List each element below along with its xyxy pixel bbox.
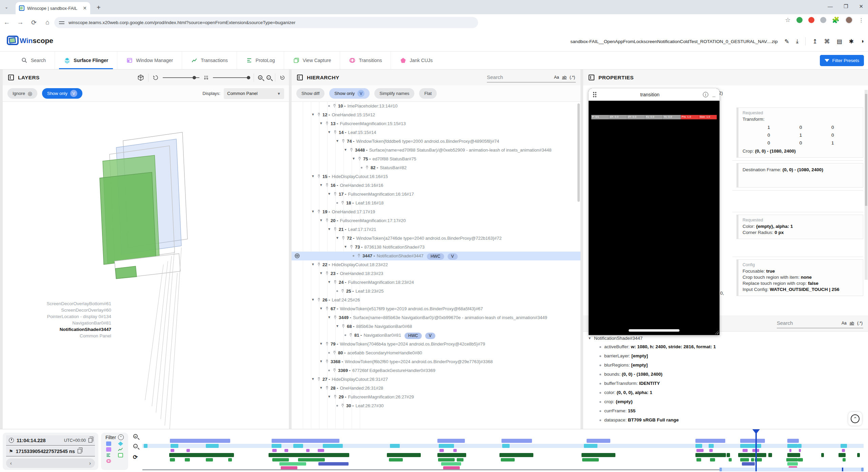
swirl-icon[interactable] (106, 459, 111, 463)
tree-row[interactable]: ▼67 -WindowToken{e5176f9 type=2019 andro… (292, 304, 580, 313)
match-word-icon[interactable]: ab (562, 75, 567, 80)
frames-icon[interactable] (118, 453, 123, 457)
rotate-icon[interactable] (153, 75, 159, 81)
collapse-panel-icon[interactable] (589, 75, 594, 80)
property-row[interactable]: bounds: (0, 0) - (1080, 2400) (583, 370, 868, 379)
tree-row[interactable]: 3369 -67726bf EdgeBackGestureHandler0#33… (292, 366, 580, 375)
browser-tab[interactable]: Winscope | sandbox-FAIL ✕ (16, 2, 90, 14)
chevron-down-icon[interactable]: ▼ (336, 139, 340, 143)
close-tab-icon[interactable]: ✕ (83, 5, 87, 11)
tree-row[interactable]: ▼28 -OneHanded:26:31#28 (292, 384, 580, 393)
property-row[interactable]: currFrame: 155 (583, 406, 868, 415)
tree-row[interactable]: 30 -Leaf:26:27#30 (292, 401, 580, 410)
tree-row[interactable]: 82 -StatusBar#82 (292, 163, 580, 172)
timeline-zoom-out-icon[interactable] (133, 444, 138, 448)
chevron-down-icon[interactable]: ▼ (311, 298, 316, 302)
pin-icon[interactable] (349, 333, 353, 337)
site-settings-icon[interactable] (59, 20, 64, 25)
pin-icon[interactable] (317, 113, 321, 117)
chevron-down-icon[interactable]: ▼ (336, 324, 340, 329)
home-icon[interactable]: ⌂ (41, 19, 54, 26)
pin-icon[interactable] (333, 315, 337, 320)
list-icon[interactable] (106, 453, 111, 457)
displays-select[interactable]: Common Panel▼ (224, 88, 284, 99)
reload-icon[interactable]: ⟳ (27, 19, 41, 26)
collapse-panel-icon[interactable] (8, 75, 14, 80)
match-word-icon[interactable]: ab (850, 321, 854, 326)
chevron-down-icon[interactable]: ▼ (344, 245, 349, 249)
copy-icon[interactable] (78, 449, 81, 453)
show-only-chip[interactable]: Show only V (329, 88, 370, 99)
chevron-down-icon[interactable]: ▼ (344, 148, 349, 152)
visibility-eye-icon[interactable] (294, 253, 300, 259)
info-icon[interactable]: i (703, 92, 708, 97)
dark-mode-icon[interactable]: ◑ (861, 38, 864, 45)
tree-row[interactable]: ▼68 -885b63e NavigationBar0#68 (292, 322, 580, 331)
property-row[interactable]: color: (0, 0, 0), alpha: 1 (583, 388, 868, 397)
pin-icon[interactable] (357, 157, 362, 161)
browser-menu-icon[interactable]: ⋮ (859, 17, 864, 23)
regex-icon[interactable]: (.*) (857, 321, 863, 326)
pin-icon[interactable] (325, 121, 329, 126)
match-case-icon[interactable]: Aa (554, 75, 559, 80)
tree-row[interactable]: ▼15 -HideDisplayCutout:16:16#15 (292, 172, 580, 181)
new-tab-button[interactable]: + (97, 4, 101, 11)
flat-chip[interactable]: Flat (419, 88, 437, 99)
property-row[interactable]: dataspace: BT709 sRGB Full range (583, 415, 868, 425)
pin-icon[interactable] (333, 192, 337, 196)
tree-row[interactable]: ▼23 -OneHanded:18:23#23 (292, 269, 580, 278)
chevron-down-icon[interactable]: ▼ (328, 130, 332, 135)
chevron-down-icon[interactable]: ▼ (319, 386, 324, 390)
pin-icon[interactable] (341, 236, 346, 240)
chevron-down-icon[interactable]: ▼ (319, 307, 324, 311)
property-row[interactable]: blurRegions: [empty] (583, 360, 868, 370)
next-frame-icon[interactable]: › (89, 460, 91, 466)
url-bar[interactable]: winscope.teams.x20web.corp.google.com/pr… (54, 17, 478, 28)
docs-icon[interactable]: ▤ (836, 38, 842, 45)
pin-icon[interactable] (349, 148, 354, 152)
chevron-down-icon[interactable]: ▼ (311, 174, 316, 179)
regex-icon[interactable]: (.*) (570, 75, 575, 80)
shortcuts-icon[interactable]: ⌘ (824, 38, 830, 45)
match-case-icon[interactable]: Aa (842, 321, 847, 326)
tree-row[interactable]: ▼29 -FullscreenMagnification:26:27#29 (292, 393, 580, 401)
tab-transitions[interactable]: Transitions (340, 52, 391, 69)
properties-scrollbar[interactable] (865, 90, 868, 280)
pin-icon[interactable] (325, 271, 329, 276)
puzzle-extensions-icon[interactable]: 🧩 (832, 16, 840, 24)
profile-avatar[interactable] (845, 16, 853, 24)
pin-icon[interactable] (317, 210, 321, 214)
chevron-down-icon[interactable]: ▼ (319, 342, 324, 346)
tree-row[interactable]: 3447 -NotificationShade#3447HWCV (292, 252, 580, 260)
resize-handle[interactable] (715, 330, 719, 334)
pin-icon[interactable] (349, 245, 354, 249)
tree-row[interactable]: ▼22 -HideDisplayCutout:18:23#22 (292, 260, 580, 269)
pin-icon[interactable] (325, 183, 329, 188)
property-row[interactable]: barrierLayer: [empty] (583, 351, 868, 360)
pin-icon[interactable] (333, 130, 337, 135)
maximize-window-icon[interactable]: ❐ (844, 3, 848, 9)
upload-icon[interactable]: ↥ (812, 38, 817, 45)
extension-green-icon[interactable] (796, 17, 803, 23)
tab-transactions[interactable]: Transactions (182, 52, 237, 69)
tree-row[interactable]: 81 -NavigationBar0#81HWCV (292, 331, 580, 340)
close-window-icon[interactable]: ✕ (859, 3, 863, 9)
range-handle-right[interactable] (861, 468, 864, 471)
tree-row[interactable]: ▼17 -FullscreenMagnification:16:16#17 (292, 190, 580, 199)
pin-icon[interactable] (333, 395, 337, 399)
extension-red-icon[interactable] (808, 17, 814, 23)
chevron-down-icon[interactable]: ▼ (328, 395, 332, 399)
tree-row[interactable]: ▼74 -WindowToken{fdddbe6 type=2000 andro… (292, 137, 580, 146)
pin-icon[interactable] (325, 386, 329, 390)
frame-stepper[interactable]: ‹ › (6, 458, 95, 468)
timeline-reset-icon[interactable]: ⟳ (133, 454, 138, 461)
show-only-chip[interactable]: Show only V (42, 88, 82, 99)
chevron-down-icon[interactable]: ▼ (328, 227, 332, 232)
chart-icon[interactable] (118, 447, 123, 452)
tree-row[interactable]: ▼12 -OneHanded:15:15#12 (292, 111, 580, 119)
layer-label[interactable]: ScreenDecorOverlay#60 (61, 308, 111, 313)
chevron-down-icon[interactable]: ▼ (319, 359, 324, 364)
download-icon[interactable]: ⤓ (796, 38, 799, 45)
pin-icon[interactable] (325, 307, 329, 311)
back-icon[interactable]: ← (0, 19, 14, 26)
